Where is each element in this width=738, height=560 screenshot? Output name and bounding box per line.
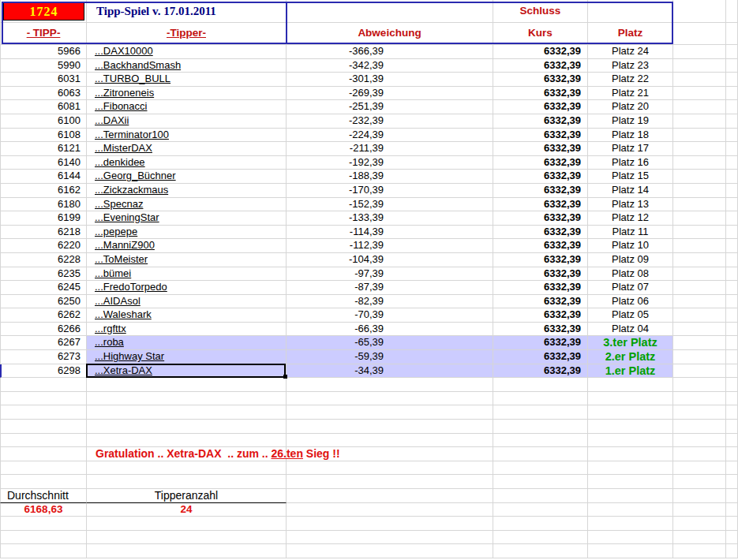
cell-empty[interactable] bbox=[726, 405, 738, 420]
cell-empty[interactable] bbox=[726, 114, 738, 129]
cell-empty[interactable] bbox=[673, 323, 726, 337]
cell-tipper[interactable]: ...FredoTorpedo bbox=[87, 281, 287, 295]
column-header-tipp[interactable]: - TIPP- bbox=[0, 23, 87, 45]
cell-kurs[interactable]: 6332,39 bbox=[493, 100, 588, 114]
cell-tipper[interactable]: ...rgfttx bbox=[87, 323, 287, 337]
cell-tipper[interactable]: ...ToMeister bbox=[87, 253, 287, 267]
cell-tipper[interactable] bbox=[87, 461, 287, 476]
cell-abweichung[interactable] bbox=[287, 544, 493, 558]
cell-abweichung[interactable]: -366,39 bbox=[287, 45, 493, 59]
cell-empty[interactable] bbox=[673, 129, 726, 143]
cell-abweichung[interactable]: -82,39 bbox=[287, 295, 493, 309]
cell-tipper[interactable]: ...roba bbox=[87, 336, 287, 350]
cell-empty[interactable] bbox=[673, 378, 726, 392]
cell-kurs[interactable]: 6332,39 bbox=[493, 226, 588, 240]
cell-empty[interactable] bbox=[726, 170, 738, 184]
cell-empty[interactable] bbox=[726, 100, 738, 114]
cell-tipper[interactable] bbox=[87, 531, 287, 545]
congrats-message[interactable]: Gratulation .. Xetra-DAX .. zum .. 26.te… bbox=[87, 447, 287, 461]
sheet-title[interactable]: Tipp-Spiel v. 17.01.2011 bbox=[87, 0, 287, 23]
cell-platz[interactable]: Platz 16 bbox=[588, 156, 673, 170]
tipp-number-cell[interactable]: 1724 bbox=[0, 0, 87, 23]
cell-tipper[interactable] bbox=[87, 517, 287, 531]
cell-empty[interactable] bbox=[673, 531, 726, 545]
empty-cell[interactable] bbox=[588, 0, 673, 23]
cell-empty[interactable] bbox=[726, 447, 738, 461]
cell-empty[interactable] bbox=[673, 267, 726, 282]
cell-platz[interactable] bbox=[588, 378, 673, 392]
cell-platz[interactable]: Platz 04 bbox=[588, 323, 673, 337]
cell-abweichung[interactable] bbox=[287, 531, 493, 545]
cell-platz[interactable]: Platz 14 bbox=[588, 184, 673, 198]
cell-platz[interactable]: Platz 10 bbox=[588, 239, 673, 253]
cell-empty[interactable] bbox=[673, 184, 726, 198]
cell-tipp[interactable] bbox=[0, 405, 87, 420]
cell-tipp[interactable]: 6199 bbox=[0, 211, 87, 226]
cell-empty[interactable] bbox=[726, 142, 738, 156]
cell-tipper[interactable]: ...pepepe bbox=[87, 226, 287, 240]
cell-abweichung[interactable] bbox=[287, 503, 493, 517]
cell-empty[interactable] bbox=[726, 308, 738, 323]
cell-kurs[interactable] bbox=[493, 489, 588, 503]
cell-tipp[interactable]: 6031 bbox=[0, 73, 87, 87]
cell-empty[interactable] bbox=[726, 295, 738, 309]
cell-abweichung[interactable]: -114,39 bbox=[287, 226, 493, 240]
cell-tipper[interactable]: ...DAXii bbox=[87, 114, 287, 129]
cell-empty[interactable] bbox=[673, 420, 726, 434]
cell-abweichung[interactable]: -152,39 bbox=[287, 198, 493, 212]
cell-platz[interactable]: Platz 05 bbox=[588, 308, 673, 323]
cell-empty[interactable] bbox=[726, 517, 738, 531]
cell-tipp[interactable]: 6162 bbox=[0, 184, 87, 198]
cell-kurs[interactable]: 6332,39 bbox=[493, 114, 588, 129]
column-header-tipper[interactable]: -Tipper- bbox=[87, 23, 287, 45]
cell-platz[interactable] bbox=[588, 489, 673, 503]
cell-tipper[interactable]: ...AIDAsol bbox=[87, 295, 287, 309]
cell-empty[interactable] bbox=[726, 129, 738, 143]
cell-empty[interactable] bbox=[726, 239, 738, 253]
cell-kurs[interactable]: 6332,39 bbox=[493, 253, 588, 267]
cell-abweichung[interactable]: -301,39 bbox=[287, 73, 493, 87]
cell-empty[interactable] bbox=[673, 392, 726, 406]
cell-kurs[interactable] bbox=[493, 503, 588, 517]
cell-empty[interactable] bbox=[726, 531, 738, 545]
cell-empty[interactable] bbox=[726, 281, 738, 295]
cell-platz[interactable]: Platz 22 bbox=[588, 73, 673, 87]
cell-platz[interactable] bbox=[588, 544, 673, 558]
cell-kurs[interactable] bbox=[493, 392, 588, 406]
cell-abweichung[interactable]: -342,39 bbox=[287, 59, 493, 73]
cell-platz[interactable] bbox=[588, 420, 673, 434]
cell-kurs[interactable] bbox=[493, 531, 588, 545]
cell-platz[interactable]: Platz 19 bbox=[588, 114, 673, 129]
cell-kurs[interactable] bbox=[493, 544, 588, 558]
cell-kurs[interactable] bbox=[493, 517, 588, 531]
cell-tipper[interactable]: ...denkidee bbox=[87, 156, 287, 170]
cell-tipp[interactable]: 6081 bbox=[0, 100, 87, 114]
cell-platz[interactable]: Platz 06 bbox=[588, 295, 673, 309]
empty-cell[interactable] bbox=[673, 0, 726, 23]
cell-empty[interactable] bbox=[726, 503, 738, 517]
cell-tipp[interactable] bbox=[0, 378, 87, 392]
cell-platz[interactable] bbox=[588, 475, 673, 489]
cell-empty[interactable] bbox=[673, 239, 726, 253]
cell-abweichung[interactable]: -232,39 bbox=[287, 114, 493, 129]
cell-empty[interactable] bbox=[673, 156, 726, 170]
cell-tipper[interactable]: ...Waleshark bbox=[87, 308, 287, 323]
cell-tipper[interactable] bbox=[87, 434, 287, 448]
cell-tipp[interactable]: 6250 bbox=[0, 295, 87, 309]
tipperanzahl-value[interactable]: 24 bbox=[87, 503, 287, 517]
cell-kurs[interactable]: 6332,39 bbox=[493, 142, 588, 156]
cell-kurs[interactable]: 6332,39 bbox=[493, 323, 588, 337]
cell-empty[interactable] bbox=[726, 226, 738, 240]
cell-platz[interactable] bbox=[588, 392, 673, 406]
cell-platz[interactable]: 3.ter Platz bbox=[588, 336, 673, 350]
cell-tipper[interactable]: ...Zitroneneis bbox=[87, 87, 287, 101]
cell-empty[interactable] bbox=[726, 544, 738, 558]
empty-cell[interactable] bbox=[287, 0, 493, 23]
cell-abweichung[interactable] bbox=[287, 392, 493, 406]
tipperanzahl-label[interactable]: Tipperanzahl bbox=[87, 489, 287, 503]
cell-empty[interactable] bbox=[673, 211, 726, 226]
cell-empty[interactable] bbox=[726, 323, 738, 337]
column-header-platz[interactable]: Platz bbox=[588, 23, 673, 45]
cell-kurs[interactable] bbox=[493, 461, 588, 476]
cell-abweichung[interactable]: -188,39 bbox=[287, 170, 493, 184]
